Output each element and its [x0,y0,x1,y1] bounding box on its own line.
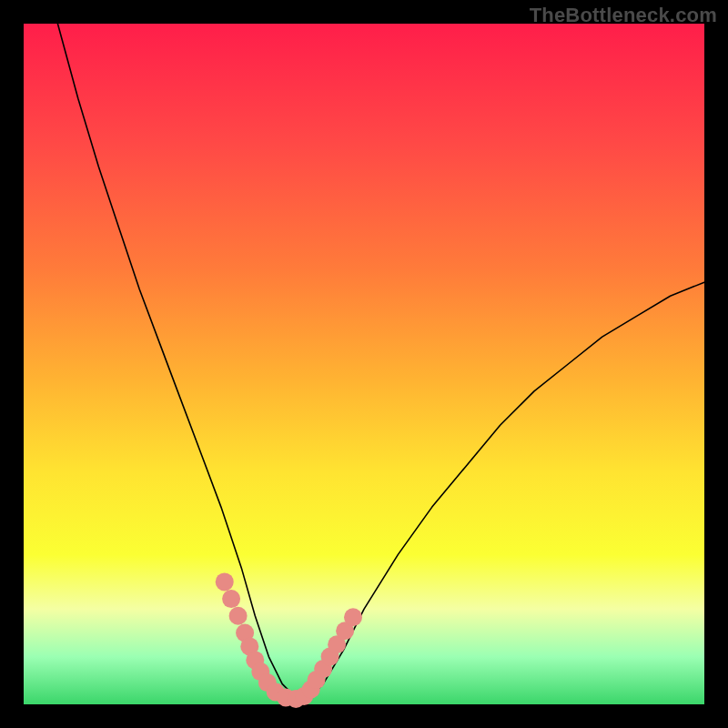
plot-area [24,24,704,704]
highlight-dot [229,607,248,625]
highlight-markers [216,572,362,708]
highlight-dot [216,572,234,591]
bottleneck-curve [57,24,704,698]
highlight-dot [222,590,240,608]
watermark-text: TheBottleneck.com [530,4,717,27]
highlight-dot [344,608,362,626]
chart-frame: TheBottleneck.com [0,0,728,728]
plot-svg [24,24,704,704]
